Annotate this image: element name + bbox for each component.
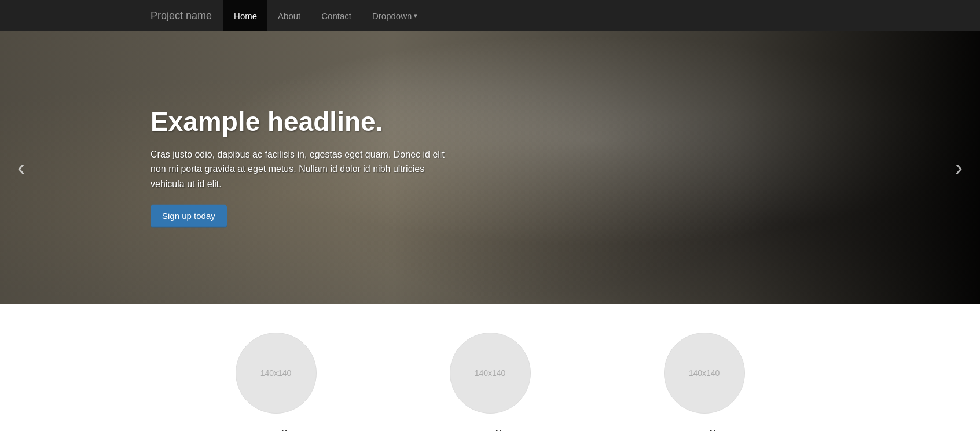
carousel-next-button[interactable]: › [944,149,974,187]
thumbnail-col-1: 140x140 Heading [169,333,383,431]
thumbnail-image-2: 140x140 [450,333,531,414]
carousel-content: Example headline. Cras justo odio, dapib… [151,107,452,228]
signup-button[interactable]: Sign up today [151,205,227,228]
thumbnails-section: 140x140 Heading 140x140 Heading 140x140 … [0,304,980,431]
nav-item-contact[interactable]: Contact [311,0,362,31]
thumbnail-size-label-2: 140x140 [475,368,506,378]
nav-item-about[interactable]: About [267,0,311,31]
chevron-down-icon: ▾ [414,12,417,20]
carousel: ‹ › Example headline. Cras justo odio, d… [0,31,980,304]
carousel-prev-button[interactable]: ‹ [6,149,36,187]
thumbnail-heading-1: Heading [245,428,306,431]
nav-link-home[interactable]: Home [223,0,267,31]
thumbnail-col-2: 140x140 Heading [383,333,597,431]
thumbnail-col-3: 140x140 Heading [597,333,812,431]
thumbnail-size-label-3: 140x140 [689,368,720,378]
navbar: Project name Home About Contact Dropdown… [0,0,980,31]
thumbnail-heading-3: Heading [674,428,734,431]
nav-link-contact[interactable]: Contact [311,0,362,31]
carousel-body-text: Cras justo odio, dapibus ac facilisis in… [151,147,452,191]
nav-item-dropdown[interactable]: Dropdown ▾ [362,0,428,31]
thumbnail-image-1: 140x140 [236,333,317,414]
nav-item-home[interactable]: Home [223,0,267,31]
nav-link-dropdown[interactable]: Dropdown ▾ [362,0,428,31]
carousel-headline: Example headline. [151,107,452,137]
thumbnail-size-label-1: 140x140 [260,368,292,378]
nav-list: Home About Contact Dropdown ▾ [223,0,428,31]
carousel-overlay [0,31,980,304]
navbar-brand[interactable]: Project name [139,10,223,22]
nav-link-about[interactable]: About [267,0,311,31]
thumbnail-image-3: 140x140 [664,333,745,414]
thumbnail-heading-2: Heading [460,428,520,431]
